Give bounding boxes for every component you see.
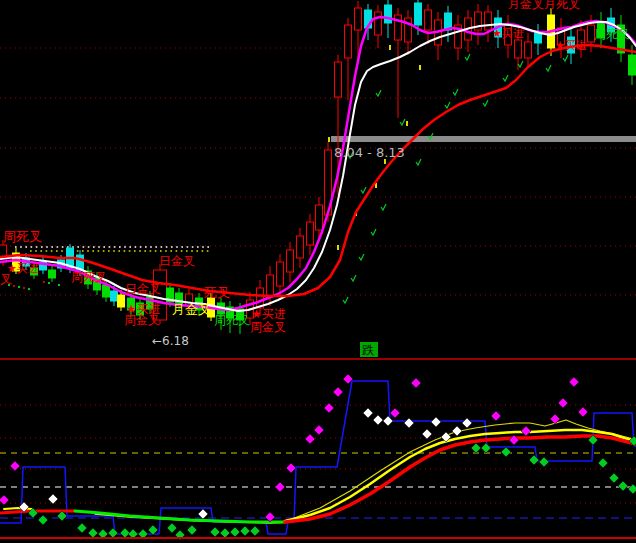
diamond-magenta xyxy=(521,426,531,436)
candle-up xyxy=(345,25,352,58)
signal-label: 周金叉 xyxy=(124,313,160,327)
candle-up xyxy=(425,10,432,30)
signal-label: 周死叉 xyxy=(214,313,250,327)
ma-red-right xyxy=(285,436,636,522)
tick-yellow xyxy=(328,137,330,142)
signal-label: 日金叉 xyxy=(159,254,195,268)
candle-up xyxy=(297,236,304,258)
diamond-magenta xyxy=(390,408,400,418)
diamond-green xyxy=(618,481,628,491)
buy-tick-green xyxy=(546,65,551,71)
candle xyxy=(415,3,422,25)
diamond-green xyxy=(230,527,240,537)
diamond-magenta xyxy=(569,377,579,387)
buy-tick-green xyxy=(416,159,421,165)
diamond-green xyxy=(501,447,511,457)
signal-label: 周死叉 xyxy=(3,229,42,244)
diamond-white xyxy=(452,426,462,436)
diamond-magenta xyxy=(491,411,501,421)
micro-dot-green xyxy=(18,286,20,288)
diamond-green xyxy=(88,528,98,538)
stock-chart[interactable]: 周死叉★买进叉日金叉周死叉日金叉★买进周金叉死叉月金叉周死叉★买进周金叉←6.1… xyxy=(0,0,636,543)
micro-dot-red xyxy=(23,287,25,289)
candle-up xyxy=(335,62,342,97)
diamond-white xyxy=(198,509,208,519)
diamond-green xyxy=(187,525,197,535)
diamond-white xyxy=(462,418,472,428)
signal-label: 8.04 - 8.13 xyxy=(334,145,405,160)
diamond-green xyxy=(471,443,481,453)
diamond-magenta xyxy=(10,461,20,471)
diamond-magenta xyxy=(411,378,421,388)
signal-label: 周金叉 xyxy=(250,320,286,334)
stock-app-window: 周死叉★买进叉日金叉周死叉日金叉★买进周金叉死叉月金叉周死叉★买进周金叉←6.1… xyxy=(0,0,636,543)
buy-tick-green xyxy=(359,254,364,260)
tick-yellow xyxy=(337,245,339,250)
price-highlight-bar xyxy=(331,136,636,142)
micro-dot-green xyxy=(48,282,50,284)
candle-up xyxy=(355,8,362,30)
diamond-magenta xyxy=(0,495,9,505)
diamond-magenta xyxy=(314,425,324,435)
buy-tick-green xyxy=(371,229,376,235)
diamond-magenta xyxy=(558,398,568,408)
diamond-magenta xyxy=(333,387,343,397)
diamond-white xyxy=(431,417,441,427)
signal-label: ←6.18 xyxy=(152,334,189,348)
candle-up xyxy=(316,205,323,230)
signal-label: 月金叉月死叉 xyxy=(508,0,580,11)
candle xyxy=(103,285,110,297)
buy-tick-green xyxy=(445,102,450,108)
ma-magenta xyxy=(0,17,636,310)
buy-tick-green xyxy=(343,297,348,303)
candle-up xyxy=(287,250,294,272)
diamond-green xyxy=(539,457,549,467)
tick-yellow xyxy=(389,45,391,50)
signal-label: ★买进 xyxy=(492,27,524,40)
buy-tick-green xyxy=(503,75,508,81)
buy-tick-green xyxy=(453,89,458,95)
diamond-magenta xyxy=(265,512,275,522)
buy-tick-green xyxy=(381,204,386,210)
micro-dot-green xyxy=(28,288,30,290)
buy-tick-green xyxy=(376,90,381,96)
candle-up xyxy=(515,40,522,58)
trend-badge-label: 跌 xyxy=(362,343,374,357)
diamond-green xyxy=(167,523,177,533)
tick-yellow xyxy=(406,121,408,126)
candle-up xyxy=(485,12,492,30)
buy-tick-green xyxy=(400,119,405,125)
diamond-magenta xyxy=(275,482,285,492)
diamond-magenta xyxy=(286,463,296,473)
diamond-green xyxy=(609,473,619,483)
micro-dot-green xyxy=(58,284,60,286)
diamond-green xyxy=(598,458,608,468)
diamond-green xyxy=(210,527,220,537)
diamond-green xyxy=(481,443,491,453)
diamond-white xyxy=(422,429,432,439)
signal-label: 日金叉 xyxy=(125,282,161,296)
diamond-green xyxy=(77,523,87,533)
micro-dot-red xyxy=(43,281,45,283)
diamond-green xyxy=(120,528,130,538)
candle-up xyxy=(375,12,382,35)
candle-up xyxy=(267,275,274,296)
candle-up xyxy=(525,42,532,58)
signal-label: 周死叉 xyxy=(71,270,107,284)
buy-tick-green xyxy=(465,54,470,60)
buy-tick-green xyxy=(563,55,568,61)
candle xyxy=(118,295,125,307)
candle xyxy=(385,5,392,23)
signal-label: 周死叉 xyxy=(594,27,630,41)
buy-tick-green xyxy=(518,61,523,67)
diamond-magenta xyxy=(305,434,315,444)
diamond-green xyxy=(240,526,250,536)
signal-label: 月金叉 xyxy=(172,302,211,317)
buy-tick-green xyxy=(351,275,356,281)
signal-label: 叉 xyxy=(0,272,12,286)
candle xyxy=(629,55,636,75)
diamond-green xyxy=(250,526,260,536)
tick-yellow xyxy=(419,65,421,70)
buy-tick-green xyxy=(483,100,488,106)
micro-dot-red xyxy=(13,285,15,287)
